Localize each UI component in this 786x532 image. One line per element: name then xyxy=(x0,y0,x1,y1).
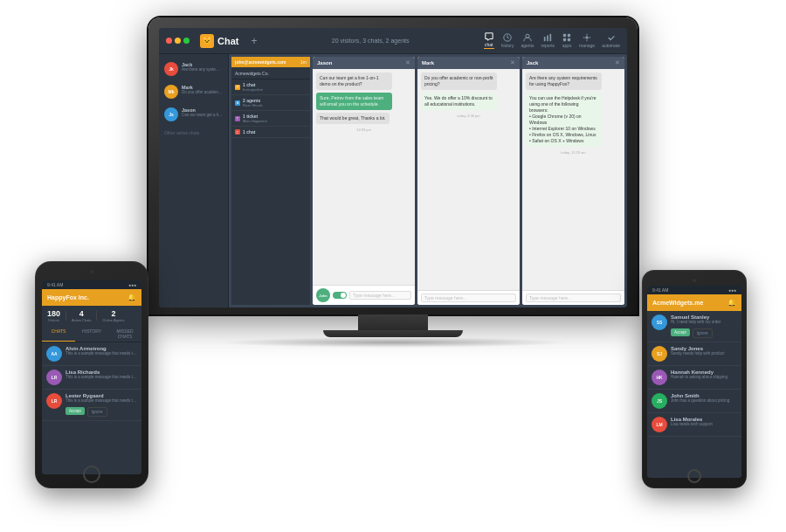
app-ui: 🐱 Chat + 20 visitors, 3 chats, 2 agents … xyxy=(159,28,627,307)
left-phone-stats: 180 Visitors 4 Active Chats 2 Online Age… xyxy=(42,306,141,326)
list-item[interactable]: SJ Sandy Jones Sandy needs help with pro… xyxy=(647,342,741,366)
accept-button[interactable]: Accept xyxy=(66,407,85,415)
tab-history[interactable]: history xyxy=(501,33,514,48)
chat-toggle xyxy=(333,292,347,299)
chat-input-mark[interactable]: Type message here... xyxy=(421,294,516,302)
tab-chat[interactable]: chat xyxy=(484,32,494,49)
app-logo: 🐱 Chat xyxy=(200,34,238,48)
sidebar-msg-jack: Are there any system requiren... xyxy=(182,67,223,73)
monitor-bezel: 🐱 Chat + 20 visitors, 3 chats, 2 agents … xyxy=(148,17,638,314)
visitor-item[interactable]: C 1 chat xyxy=(231,127,310,138)
scene: 9:41 AM ●●● HappyFox Inc. 🔔 180 Visitors… xyxy=(0,0,786,532)
phone-home-button-left[interactable] xyxy=(83,466,100,483)
stat-active-chats-num: 4 xyxy=(72,309,91,318)
phone-tab-chats[interactable]: CHATS xyxy=(42,326,75,342)
apps-icon xyxy=(562,33,572,42)
stat-visitors-label: Visitors xyxy=(47,318,60,322)
list-item[interactable]: JS John Smith John has a question about … xyxy=(647,390,741,413)
chat-message: You can use the Helpdesk if you're using… xyxy=(526,93,602,147)
ignore-button[interactable]: Ignore xyxy=(87,407,107,417)
phone-camera-left xyxy=(90,270,93,273)
toggle-switch[interactable] xyxy=(333,292,347,299)
visitor-item-sub: Main Happatine xyxy=(243,119,307,123)
visitor-badge: A xyxy=(235,100,240,106)
chat-time: today, 4:36 pm xyxy=(421,114,516,118)
close-chat-jason[interactable]: ✕ xyxy=(405,59,410,66)
avatar-jack: Jk xyxy=(164,62,178,76)
phone-tab-missed[interactable]: MISSED CHATS xyxy=(108,326,141,342)
phone-home-button-right[interactable] xyxy=(687,469,701,483)
visitor-item-text: 2 agents River Shoals xyxy=(243,98,307,107)
stat-online-agents: 2 Online Agents xyxy=(102,309,124,322)
right-phone-app-header: AcmeWidgets.me 🔔 xyxy=(647,294,741,311)
ignore-button[interactable]: Ignore xyxy=(693,328,713,338)
svg-rect-6 xyxy=(568,34,570,37)
right-phone: 9:41 AM ●●● AcmeWidgets.me 🔔 SS Samuel S… xyxy=(642,270,747,488)
tab-reports[interactable]: reports xyxy=(541,33,555,48)
svg-rect-8 xyxy=(568,38,570,41)
left-phone-chat-list: AA Alvin Armstrong This is a sample mess… xyxy=(42,342,141,474)
phone-tab-history[interactable]: HISTORY xyxy=(75,326,108,342)
avatar: JS xyxy=(652,393,667,409)
chat-input-jason[interactable]: Type message here... xyxy=(349,291,411,300)
visitor-badge: P xyxy=(235,85,240,90)
tab-automate[interactable]: automate xyxy=(602,33,620,48)
chat-message: Yes. We do offer a 10% discount to all e… xyxy=(421,93,497,110)
monitor-shadow xyxy=(218,337,568,348)
left-phone-signal: ●●● xyxy=(128,282,136,287)
accept-button[interactable]: Accept xyxy=(671,328,690,336)
visitor-panel: john@acmewidgets.com 1m Acmewidgets Co. … xyxy=(231,57,310,305)
tab-agents[interactable]: agents xyxy=(521,33,534,48)
visitor-item[interactable]: T 1 ticket Main Happatine xyxy=(231,111,310,127)
close-window-button[interactable] xyxy=(166,38,172,44)
right-phone-time: 9:41 AM xyxy=(652,287,668,293)
sidebar-item-jason[interactable]: Js Jason Can our team get a live 1-on-..… xyxy=(162,105,224,124)
tab-manage[interactable]: manage xyxy=(579,33,595,48)
svg-rect-5 xyxy=(563,34,566,37)
visitor-company: Acmewidgets Co. xyxy=(231,67,310,79)
new-chat-button[interactable]: + xyxy=(251,35,257,47)
visitor-list: P 1 chat from pipeline A xyxy=(231,79,310,305)
chat-content: Alvin Armstrong This is a sample message… xyxy=(66,346,137,362)
sidebar-item-jack[interactable]: Jk Jack Are there any system requiren... xyxy=(162,59,224,79)
visitor-item-sub: River Shoals xyxy=(243,103,307,107)
tab-manage-label: manage xyxy=(579,43,595,48)
chat-messages-jason: Can our team get a live 1-on-1 demo on t… xyxy=(313,69,415,285)
minimize-window-button[interactable] xyxy=(175,38,181,44)
sidebar-item-mark[interactable]: Mk Mark Do you offer academic or non-... xyxy=(162,82,224,101)
list-item[interactable]: SS Samuel Stanley Hi, I need help with m… xyxy=(647,311,741,342)
app-title: Chat xyxy=(217,36,238,46)
list-item[interactable]: LR Lester Rygaard This is a sample messa… xyxy=(42,390,141,421)
visitor-email: john@acmewidgets.com xyxy=(235,59,286,65)
chat-time: 12:09 pm xyxy=(316,128,411,132)
tab-apps[interactable]: apps xyxy=(562,33,572,48)
agents-icon xyxy=(522,33,533,42)
close-chat-mark[interactable]: ✕ xyxy=(510,59,515,66)
maximize-window-button[interactable] xyxy=(183,38,190,44)
chat-input-jack[interactable]: Type message here... xyxy=(526,294,621,302)
list-item[interactable]: HK Hannah Kennedy Hannah is asking about… xyxy=(647,366,741,390)
avatar-mark: Mk xyxy=(164,85,178,99)
avatar: SJ xyxy=(652,346,667,362)
app-sidebar: Jk Jack Are there any system requiren...… xyxy=(159,54,229,307)
chat-icon xyxy=(484,32,494,41)
visitor-item[interactable]: P 1 chat from pipeline xyxy=(231,79,310,95)
visitor-item-sub: from pipeline xyxy=(243,87,307,92)
monitor-stand-base xyxy=(323,330,463,337)
visitor-item[interactable]: A 2 agents River Shoals xyxy=(231,95,310,111)
list-item[interactable]: LR Lisa Richards This is a sample messag… xyxy=(42,366,141,390)
list-item[interactable]: AA Alvin Armstrong This is a sample mess… xyxy=(42,342,141,366)
left-phone-time: 9:41 AM xyxy=(47,282,63,287)
svg-rect-7 xyxy=(563,38,566,41)
visitor-badge: T xyxy=(235,116,240,121)
visitor-item-text: 1 ticket Main Happatine xyxy=(243,114,307,123)
visitor-company-name: Acmewidgets Co. xyxy=(235,71,269,76)
svg-rect-3 xyxy=(547,36,548,42)
chat-content: Lester Rygaard This is a sample message … xyxy=(66,393,137,417)
chat-message: Are there any system requirements for us… xyxy=(526,73,602,90)
close-chat-jack[interactable]: ✕ xyxy=(615,59,620,66)
svg-rect-2 xyxy=(544,37,546,41)
list-item[interactable]: LM Lisa Morales Lisa needs tech support xyxy=(647,413,741,437)
stat-active-chats-label: Active Chats xyxy=(72,318,91,322)
left-phone-app-name: HappyFox Inc. xyxy=(47,294,89,301)
